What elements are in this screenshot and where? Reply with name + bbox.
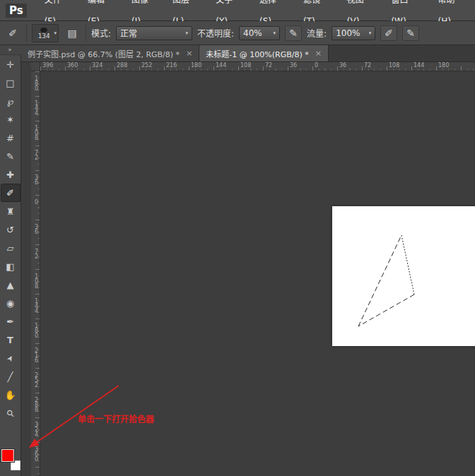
ruler-label: 108: [240, 62, 251, 69]
eraser-tool[interactable]: ▱: [1, 239, 20, 257]
background-color-swatch[interactable]: [11, 460, 20, 470]
ruler-label: 0: [31, 199, 40, 204]
ruler-origin-corner[interactable]: [31, 62, 40, 71]
ruler-label: 108: [31, 273, 40, 288]
ruler-label: 324: [31, 422, 40, 436]
blur-tool[interactable]: ▲: [1, 275, 20, 294]
close-icon[interactable]: ×: [315, 49, 322, 58]
chevron-down-icon: ▾: [182, 30, 189, 36]
ruler-label: 108: [389, 62, 399, 69]
ruler-label: 216: [166, 62, 177, 69]
ruler-label: 72: [364, 62, 371, 69]
history-brush-tool[interactable]: ↺: [1, 220, 20, 239]
menu-bar: Ps 文件(F) 编辑(E) 图像(I) 图层(L) 文字(Y) 选择(S) 滤…: [0, 0, 475, 21]
ruler-label: 0: [315, 62, 318, 69]
photoshop-logo: Ps: [6, 4, 27, 18]
ruler-label: 252: [141, 62, 152, 69]
ruler-label: 36: [290, 62, 297, 69]
brush-size-value: 134: [38, 32, 50, 40]
blend-mode-select[interactable]: 正常 ▾: [116, 26, 192, 40]
chevron-down-icon: ▾: [54, 30, 57, 36]
ruler-label: 180: [438, 62, 449, 69]
foreground-color-swatch[interactable]: [1, 449, 14, 462]
chevron-down-icon: ▾: [269, 30, 276, 36]
flow-select[interactable]: 100% ▾: [332, 26, 375, 40]
eyedropper-tool[interactable]: ✎: [1, 147, 20, 165]
tool-options-bar: ✐ 134 ▾ ▤ 模式: 正常 ▾ 不透明度: 40% ▾ ✎ 流量: 100…: [0, 21, 475, 45]
opacity-select[interactable]: 40% ▾: [239, 26, 280, 40]
ruler-label: 288: [31, 397, 40, 412]
ruler-label: 252: [31, 372, 40, 387]
ruler-label: 180: [191, 62, 201, 69]
collapse-panel-button[interactable]: »: [0, 45, 21, 55]
close-icon[interactable]: ×: [186, 49, 192, 58]
blend-mode-value: 正常: [120, 27, 137, 39]
selection-outline: [332, 206, 475, 346]
ruler-label: 324: [92, 62, 102, 69]
pen-pressure-opacity-icon[interactable]: ✎: [285, 25, 302, 41]
clone-stamp-tool[interactable]: ♜: [1, 202, 20, 220]
crop-tool[interactable]: #: [1, 129, 20, 147]
tab-document-2[interactable]: 未标题-1 @ 100%(RGB/8) * ×: [199, 45, 329, 61]
ruler-label: 72: [31, 150, 40, 160]
path-selection-tool[interactable]: ➤: [1, 349, 20, 367]
tab-title: 未标题-1 @ 100%(RGB/8) *: [206, 48, 308, 59]
separator: [26, 25, 27, 42]
pen-tool[interactable]: ✒: [1, 312, 20, 331]
rectangular-marquee-tool[interactable]: □: [1, 73, 20, 92]
brush-tool[interactable]: ✐: [1, 184, 20, 202]
separator: [86, 25, 86, 42]
gradient-tool[interactable]: ◧: [1, 257, 20, 275]
ruler-label: 144: [414, 62, 424, 69]
ruler-label: 360: [31, 446, 40, 461]
tools-panel: » ✛ □ ℘ ✶ # ✎ ✚ ✐ ♜ ↺ ▱ ◧ ▲ ◉ ✒ T ➤ ╱ ✋ …: [0, 45, 21, 476]
horizontal-ruler[interactable]: 396 360 324 288 252 216 180 144 108 72 3…: [40, 62, 475, 71]
hand-tool[interactable]: ✋: [1, 386, 20, 404]
ruler-label: 360: [67, 62, 78, 69]
ruler-label: 72: [265, 62, 272, 69]
ruler-label: 36: [339, 62, 346, 69]
brush-size-picker[interactable]: 134 ▾: [32, 24, 59, 42]
lasso-tool[interactable]: ℘: [1, 92, 20, 110]
move-tool[interactable]: ✛: [1, 55, 20, 73]
ruler-label: 216: [31, 347, 40, 362]
ruler-label: 180: [31, 76, 40, 90]
ruler-label: 180: [31, 323, 40, 338]
ruler-label: 36: [31, 174, 40, 184]
quick-selection-tool[interactable]: ✶: [1, 110, 20, 129]
vertical-ruler[interactable]: 180 144 108 72 36 0 36 72 108 144 180 21…: [31, 71, 40, 476]
toggle-brush-panel-icon[interactable]: ▤: [64, 25, 81, 41]
opacity-value: 40%: [243, 28, 262, 38]
tab-title: 例子实图.psd @ 66.7% (图层 2, RGB/8) *: [28, 48, 180, 59]
document-canvas[interactable]: [332, 206, 475, 346]
pen-pressure-size-icon[interactable]: ✎: [402, 25, 419, 41]
ruler-label: 72: [31, 249, 40, 258]
chevron-down-icon: ▾: [365, 30, 372, 36]
type-tool[interactable]: T: [1, 331, 20, 349]
flow-label: 流量:: [307, 27, 327, 39]
tab-document-1[interactable]: 例子实图.psd @ 66.7% (图层 2, RGB/8) * ×: [21, 45, 199, 61]
mode-label: 模式:: [91, 27, 111, 39]
spot-healing-brush-tool[interactable]: ✚: [1, 165, 20, 184]
zoom-tool[interactable]: ⚲: [1, 404, 20, 422]
airbrush-icon[interactable]: ✐: [380, 25, 397, 41]
ruler-label: 144: [216, 62, 226, 69]
ruler-label: 108: [31, 125, 40, 140]
color-swatches: [1, 449, 20, 470]
ruler-label: 144: [31, 100, 40, 115]
brush-tip-preview: [40, 28, 47, 32]
line-tool[interactable]: ╱: [1, 367, 20, 386]
ruler-label: 288: [117, 62, 127, 69]
ruler-label: 144: [31, 298, 40, 313]
ruler-label: 396: [42, 62, 53, 69]
ruler-label: 36: [31, 224, 40, 234]
opacity-label: 不透明度:: [197, 27, 234, 39]
brush-preset-icon[interactable]: ✐: [4, 25, 21, 41]
dodge-tool[interactable]: ◉: [1, 294, 20, 312]
document-tab-bar: 例子实图.psd @ 66.7% (图层 2, RGB/8) * × 未标题-1…: [21, 45, 475, 62]
flow-value: 100%: [336, 28, 360, 38]
